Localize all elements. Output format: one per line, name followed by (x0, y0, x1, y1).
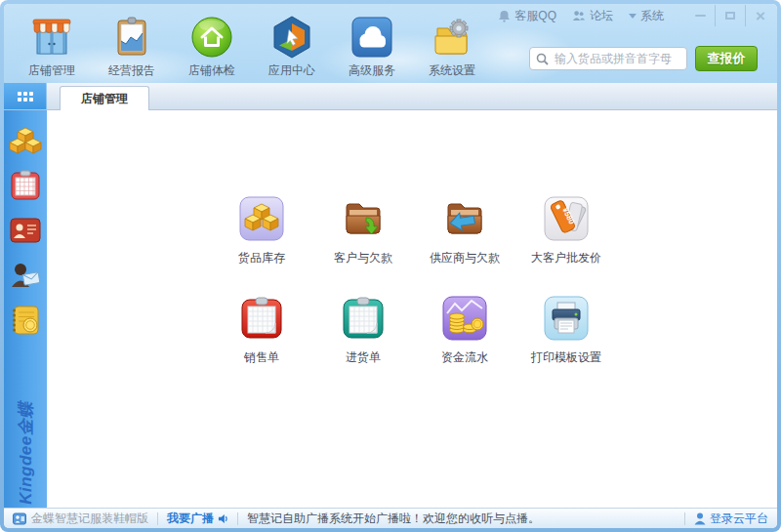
window-controls: × (685, 4, 775, 27)
printer-icon (544, 296, 589, 341)
cloud-service-icon (349, 15, 394, 60)
shortcut-label: 供应商与欠款 (430, 250, 500, 266)
shortcut-label: 资金流水 (441, 349, 488, 366)
app-logo-icon (13, 512, 26, 525)
broadcast-button[interactable]: 我要广播 (167, 511, 228, 527)
toolbar-item-app-center[interactable]: 应用中心 (252, 15, 332, 79)
forum-users-icon (572, 10, 586, 21)
customer-service-qq-link[interactable]: 客服QQ (498, 8, 556, 24)
toolbar-label: 经营报告 (108, 62, 155, 79)
gold-ingots-icon[interactable] (9, 124, 42, 157)
price-tag-icon: ¥580 (544, 196, 589, 241)
minimize-button[interactable] (685, 4, 715, 27)
bell-icon (498, 10, 511, 22)
shortcut-inventory[interactable]: 货品库存 (211, 196, 312, 266)
kingdee-brand-logo: Kingdee金蝶 (15, 393, 36, 512)
titlebar: 客服QQ 论坛 系统 × (498, 4, 775, 27)
toolbar-item-system-settings[interactable]: 系统设置 (412, 15, 492, 79)
broadcast-message: 智慧记自助广播系统开始广播啦！欢迎您的收听与点播。 (247, 511, 540, 527)
shortcut-label: 货品库存 (238, 250, 285, 266)
folder-gear-icon (430, 15, 474, 60)
report-clipboard-icon (109, 15, 154, 60)
maximize-icon (725, 12, 735, 20)
search-input[interactable] (553, 51, 680, 66)
close-button[interactable]: × (746, 4, 775, 27)
speaker-icon (218, 513, 228, 524)
inventory-icon (239, 196, 284, 241)
checkup-house-icon (189, 15, 234, 60)
tab-strip: 店铺管理 (47, 83, 777, 109)
shortcut-suppliers-debts[interactable]: 供应商与欠款 (414, 196, 515, 266)
tab-shop-management[interactable]: 店铺管理 (60, 86, 149, 110)
app-window: 客服QQ 论坛 系统 × (0, 0, 781, 532)
check-quote-button[interactable]: 查报价 (695, 46, 758, 71)
product-name: 金蝶智慧记服装鞋帽版 (13, 511, 148, 527)
customer-card-icon[interactable] (9, 214, 42, 247)
shortcut-grid: 货品库存 客户与欠款 (211, 196, 617, 366)
forum-link[interactable]: 论坛 (572, 8, 613, 24)
caret-down-icon (629, 14, 637, 19)
sidebar: Kingdee金蝶 (4, 110, 47, 508)
shortcut-label: 销售单 (244, 349, 279, 366)
login-cloud-button[interactable]: 登录云平台 (694, 511, 768, 527)
customers-folder-icon (341, 196, 386, 241)
system-menu[interactable]: 系统 (629, 8, 664, 24)
search-icon (536, 53, 549, 65)
tab-row: 店铺管理 (4, 83, 777, 110)
toolbar-item-advanced-services[interactable]: 高级服务 (332, 15, 412, 79)
shortcut-print-template[interactable]: 打印模板设置 (515, 296, 617, 366)
storefront-icon (29, 15, 74, 60)
sales-order-icon (239, 296, 284, 341)
minimize-icon (695, 15, 706, 17)
search-box (529, 47, 687, 70)
app-center-hexagon-icon (269, 15, 314, 60)
forum-label: 论坛 (590, 8, 613, 24)
suppliers-folder-icon (442, 196, 487, 241)
shortcut-cash-flow[interactable]: 资金流水 (414, 296, 515, 366)
toolbar-item-shop-management[interactable]: 店铺管理 (12, 15, 92, 79)
shortcut-wholesale-price[interactable]: ¥580 大客户批发价 (515, 196, 617, 266)
cash-flow-icon (442, 296, 487, 341)
apps-grid-button[interactable] (4, 83, 47, 109)
shortcut-customers-debts[interactable]: 客户与欠款 (312, 196, 414, 266)
header: 客服QQ 论坛 系统 × (4, 4, 777, 83)
shortcut-label: 进货单 (346, 349, 381, 366)
search-area: 查报价 (529, 46, 758, 71)
purchase-order-icon (341, 296, 386, 341)
shortcut-sales-order[interactable]: 销售单 (211, 296, 312, 366)
supplier-contact-icon[interactable] (9, 259, 42, 292)
shortcut-purchase-order[interactable]: 进货单 (312, 296, 414, 366)
shop-management-panel: 货品库存 客户与欠款 (47, 110, 777, 508)
toolbar-item-shop-checkup[interactable]: 店铺体检 (172, 15, 252, 79)
maximize-button[interactable] (716, 4, 745, 27)
status-bar: 金蝶智慧记服装鞋帽版 我要广播 智慧记自助广播系统开始广播啦！欢迎您的收听与点播… (4, 508, 777, 528)
toolbar-label: 店铺管理 (28, 62, 75, 79)
main-toolbar: 店铺管理 经营报告 (12, 15, 492, 79)
shortcut-label: 大客户批发价 (531, 250, 601, 266)
shortcut-label: 打印模板设置 (531, 349, 601, 366)
shortcut-label: 客户与欠款 (334, 250, 392, 266)
close-icon: × (756, 8, 765, 24)
grid-icon (18, 92, 33, 102)
cash-book-icon[interactable] (9, 304, 42, 337)
toolbar-label: 高级服务 (349, 62, 395, 79)
toolbar-label: 店铺体检 (188, 62, 235, 79)
qq-label: 客服QQ (514, 8, 556, 24)
toolbar-item-business-report[interactable]: 经营报告 (92, 15, 172, 79)
toolbar-label: 系统设置 (429, 62, 475, 79)
system-label: 系统 (640, 8, 664, 24)
toolbar-label: 应用中心 (268, 62, 315, 79)
person-icon (694, 512, 706, 525)
red-notepad-icon[interactable] (9, 169, 42, 202)
